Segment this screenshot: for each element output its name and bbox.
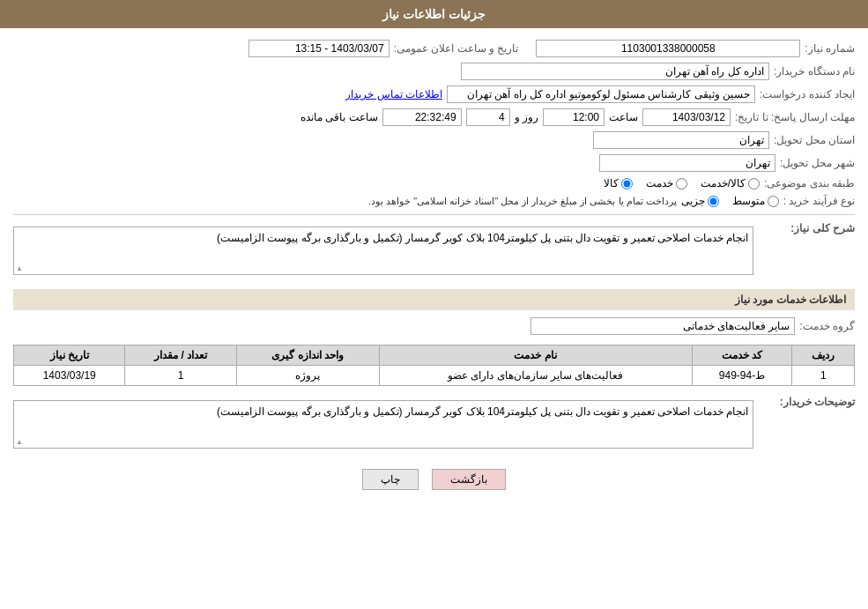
buyer-org-value: اداره کل راه آهن تهران (461, 63, 769, 80)
category-label-kala: کالا (604, 177, 619, 189)
cell-date: 1403/03/19 (14, 366, 125, 386)
purchase-type-motawaset[interactable]: متوسط (732, 195, 779, 207)
category-radio-kala-khadamat[interactable] (748, 178, 760, 189)
col-service-name: نام خدمت (379, 345, 692, 366)
cell-row-num: 1 (792, 366, 855, 386)
remaining-value: 22:32:49 (382, 108, 462, 126)
back-button[interactable]: بازگشت (432, 469, 506, 490)
row-need-number: شماره نیاز: 1103001338000058 تاریخ و ساع… (13, 37, 855, 60)
service-group-label: گروه خدمت: (799, 320, 855, 332)
button-group: بازگشت چاپ (13, 469, 855, 490)
category-label-khadamat: خدمت (646, 177, 673, 189)
row-purchase-type: نوع فرآیند خرید : متوسط جزیی پرداخت تمام… (13, 192, 855, 210)
page-container: جزئیات اطلاعات نیاز شماره نیاز: 11030013… (0, 0, 868, 609)
province-label: استان محل تحویل: (774, 134, 855, 146)
category-label-kala-khadamat: کالا/خدمت (701, 177, 746, 189)
category-option-kala-khadamat[interactable]: کالا/خدمت (701, 177, 760, 189)
table-row: 1 ط-94-949 فعالیت‌های سایر سازمان‌های دا… (14, 366, 855, 386)
service-group-value: سایر فعالیت‌های خدماتی (530, 317, 795, 335)
buyer-desc-box: انجام خدمات اصلاحی تعمیر و تقویت دال بتن… (13, 400, 753, 449)
response-time-label: ساعت (609, 111, 638, 123)
category-radio-group: کالا/خدمت خدمت کالا (604, 177, 760, 189)
purchase-type-jozi[interactable]: جزیی (681, 195, 719, 207)
row-category: طبقه بندی موضوعی: کالا/خدمت خدمت کالا (13, 175, 855, 192)
buyer-org-label: نام دستگاه خریدار: (774, 65, 855, 78)
need-desc-value: انجام خدمات اصلاحی تعمیر و تقویت دال بتن… (217, 232, 748, 244)
category-option-kala[interactable]: کالا (604, 177, 633, 189)
row-buyer-desc: توضیحات خریدار: انجام خدمات اصلاحی تعمیر… (13, 393, 855, 456)
row-need-desc: شرح کلی نیاز: انجام خدمات اصلاحی تعمیر و… (13, 219, 855, 282)
response-days-value: 4 (466, 108, 510, 126)
purchase-label-jozi: جزیی (681, 195, 705, 207)
purchase-radio-motawaset[interactable] (768, 196, 779, 207)
row-buyer-org: نام دستگاه خریدار: اداره کل راه آهن تهرا… (13, 60, 855, 83)
creator-label: ایجاد کننده درخواست: (760, 88, 855, 100)
need-number-label: شماره نیاز: (805, 42, 855, 55)
buyer-desc-label: توضیحات خریدار: (758, 396, 855, 408)
response-date-value: 1403/03/12 (642, 108, 731, 126)
province-value: تهران (593, 131, 769, 149)
page-title: جزئیات اطلاعات نیاز (382, 7, 486, 21)
announcement-date-label: تاریخ و ساعت اعلان عمومی: (394, 42, 519, 55)
services-table: ردیف کد خدمت نام خدمت واحد اندازه گیری ت… (13, 345, 855, 386)
creator-value: حسین وثیقی کارشناس مسئول لوکوموتیو اداره… (447, 85, 755, 103)
print-button[interactable]: چاپ (362, 469, 419, 490)
announcement-date-value: 1403/03/07 - 13:15 (249, 40, 389, 57)
purchase-type-radio-group: متوسط جزیی (681, 195, 779, 207)
purchase-note: پرداخت تمام یا بخشی از مبلغ خریدار از مح… (368, 196, 677, 207)
remaining-label: ساعت باقی مانده (300, 111, 378, 123)
cell-service-code: ط-94-949 (692, 366, 792, 386)
need-desc-box: انجام خدمات اصلاحی تعمیر و تقویت دال بتن… (13, 227, 753, 275)
col-date: تاریخ نیاز (14, 345, 125, 366)
creator-link[interactable]: اطلاعات تماس خریدار (345, 88, 442, 100)
need-desc-label: شرح کلی نیاز: (758, 222, 855, 234)
buyer-desc-value: انجام خدمات اصلاحی تعمیر و تقویت دال بتن… (217, 405, 748, 418)
col-quantity: تعداد / مقدار (125, 345, 236, 366)
row-service-group: گروه خدمت: سایر فعالیت‌های خدماتی (13, 315, 855, 338)
category-radio-kala[interactable] (621, 178, 633, 189)
row-response-deadline: مهلت ارسال پاسخ: تا تاریخ: 1403/03/12 سا… (13, 106, 855, 129)
purchase-type-label: نوع فرآیند خرید : (783, 195, 855, 207)
city-value: تهران (599, 154, 775, 172)
cell-service-name: فعالیت‌های سایر سازمان‌های دارای عضو (379, 366, 692, 386)
main-content: شماره نیاز: 1103001338000058 تاریخ و ساع… (0, 28, 868, 508)
row-province: استان محل تحویل: تهران (13, 129, 855, 152)
category-option-khadamat[interactable]: خدمت (646, 177, 687, 189)
divider-1 (13, 214, 855, 215)
col-service-code: کد خدمت (692, 345, 792, 366)
cell-quantity: 1 (125, 366, 236, 386)
response-deadline-label: مهلت ارسال پاسخ: تا تاریخ: (735, 111, 855, 123)
category-label: طبقه بندی موضوعی: (764, 177, 855, 189)
purchase-radio-jozi[interactable] (708, 196, 719, 207)
col-row-num: ردیف (792, 345, 855, 366)
category-radio-khadamat[interactable] (676, 178, 687, 189)
response-time-value: 12:00 (543, 108, 605, 126)
row-creator: ایجاد کننده درخواست: حسین وثیقی کارشناس … (13, 83, 855, 106)
response-days-label: روز و (515, 111, 538, 123)
row-city: شهر محل تحویل: تهران (13, 152, 855, 175)
city-label: شهر محل تحویل: (780, 157, 855, 169)
table-header-row: ردیف کد خدمت نام خدمت واحد اندازه گیری ت… (14, 345, 855, 366)
need-number-value: 1103001338000058 (536, 40, 800, 57)
purchase-label-motawaset: متوسط (732, 195, 765, 207)
services-info-label: اطلاعات خدمات مورد نیاز (735, 293, 846, 306)
page-header: جزئیات اطلاعات نیاز (0, 0, 868, 28)
col-unit: واحد اندازه گیری (236, 345, 379, 366)
cell-unit: پروژه (236, 366, 379, 386)
services-info-header: اطلاعات خدمات مورد نیاز (13, 289, 855, 310)
